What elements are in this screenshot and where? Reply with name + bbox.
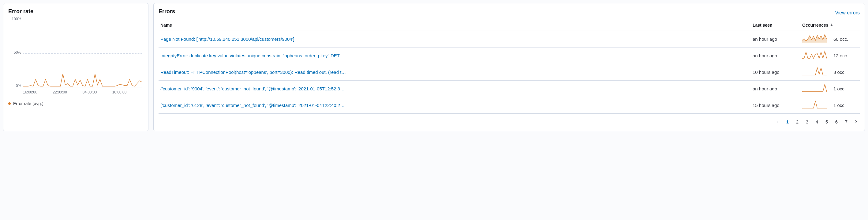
error-name-link[interactable]: {'customer_id': '6128', 'event': 'custom…	[160, 103, 749, 108]
pager-page-button[interactable]: 4	[813, 117, 820, 126]
error-occurrences: 8 occ.	[833, 70, 858, 75]
error-last-seen: an hour ago	[753, 53, 799, 58]
error-last-seen: 15 hours ago	[753, 103, 799, 108]
error-occurrences: 1 occ.	[833, 86, 858, 91]
pager-page-button[interactable]: 6	[833, 117, 840, 126]
sparkline	[802, 100, 830, 110]
pager-page-button[interactable]: 2	[794, 117, 801, 126]
error-name-link[interactable]: {'customer_id': '9004', 'event': 'custom…	[160, 86, 749, 91]
legend-dot-icon	[8, 102, 11, 105]
pager-page-button[interactable]: 3	[803, 117, 811, 126]
table-row: ReadTimeout: HTTPConnectionPool(host='op…	[159, 64, 860, 81]
col-name[interactable]: Name	[160, 23, 749, 28]
errors-table: Name Last seen Occurrences Page Not Foun…	[159, 20, 860, 114]
y-tick: 100%	[8, 17, 21, 21]
col-occurrences[interactable]: Occurrences	[802, 23, 858, 28]
pager-page-button[interactable]: 5	[823, 117, 830, 126]
error-name-link[interactable]: Page Not Found: ['http://10.59.240.251:3…	[160, 36, 749, 42]
chevron-right-icon	[854, 120, 858, 123]
chart-x-axis: 16:00:00 22:00:00 04:00:00 10:00:00	[23, 90, 142, 94]
chevron-left-icon	[776, 120, 779, 123]
error-occurrences: 1 occ.	[833, 103, 858, 108]
x-tick: 10:00:00	[112, 90, 142, 94]
y-tick: 0%	[8, 84, 21, 88]
error-last-seen: an hour ago	[753, 36, 799, 42]
chart-plot-area	[23, 19, 142, 88]
error-last-seen: 10 hours ago	[753, 70, 799, 75]
col-last-seen[interactable]: Last seen	[753, 23, 799, 28]
table-row: Page Not Found: ['http://10.59.240.251:3…	[159, 31, 860, 48]
table-row: IntegrityError: duplicate key value viol…	[159, 48, 860, 64]
table-row: {'customer_id': '9004', 'event': 'custom…	[159, 81, 860, 97]
errors-panel: Errors View errors Name Last seen Occurr…	[153, 3, 865, 131]
error-occurrences: 12 occ.	[833, 53, 858, 58]
pager-next-button[interactable]	[852, 117, 860, 126]
pager-prev-button[interactable]	[774, 117, 781, 126]
x-tick: 16:00:00	[23, 90, 53, 94]
pagination: 1234567	[159, 117, 860, 126]
sparkline	[802, 84, 830, 94]
error-name-link[interactable]: ReadTimeout: HTTPConnectionPool(host='op…	[160, 70, 749, 75]
error-rate-title: Error rate	[8, 8, 143, 15]
error-rate-chart[interactable]: 100% 50% 0% 16:00:00 22:00:00 04:00:00 1…	[8, 17, 143, 97]
errors-title: Errors	[159, 8, 175, 15]
pager-page-button[interactable]: 7	[843, 117, 850, 126]
table-header: Name Last seen Occurrences	[159, 20, 860, 31]
error-last-seen: an hour ago	[753, 86, 799, 91]
view-errors-link[interactable]: View errors	[835, 10, 860, 16]
y-tick: 50%	[8, 51, 21, 54]
pager-page-button[interactable]: 1	[784, 117, 791, 126]
table-row: {'customer_id': '6128', 'event': 'custom…	[159, 97, 860, 114]
x-tick: 04:00:00	[83, 90, 112, 94]
chart-y-axis: 100% 50% 0%	[8, 17, 23, 88]
x-tick: 22:00:00	[53, 90, 82, 94]
error-rate-panel: Error rate 100% 50% 0% 16:00:00 22:00:00…	[3, 3, 149, 131]
sparkline	[802, 67, 830, 77]
chart-legend: Error rate (avg.)	[8, 101, 143, 106]
error-name-link[interactable]: IntegrityError: duplicate key value viol…	[160, 53, 749, 58]
sparkline	[802, 51, 830, 61]
sparkline	[802, 34, 830, 44]
error-occurrences: 60 occ.	[833, 36, 858, 42]
legend-label: Error rate (avg.)	[13, 101, 43, 106]
sort-desc-icon	[830, 23, 833, 27]
